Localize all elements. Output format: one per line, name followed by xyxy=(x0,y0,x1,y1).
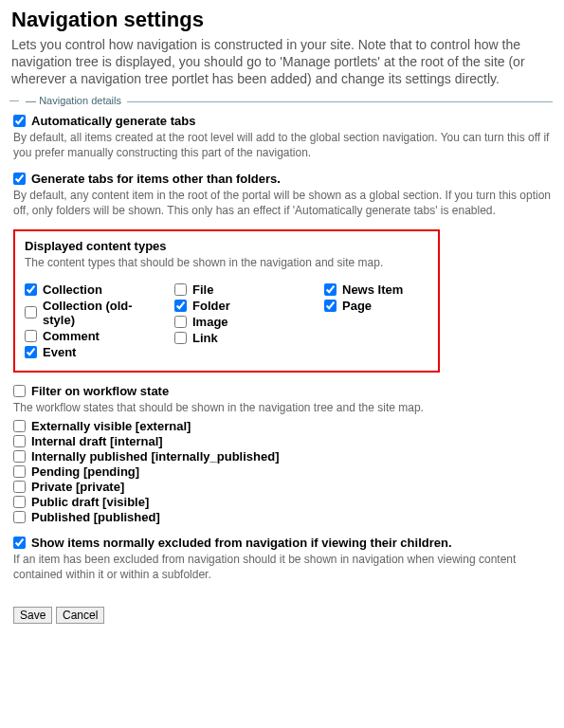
content-type-checkbox[interactable] xyxy=(25,283,37,296)
content-type-label: Image xyxy=(192,315,228,329)
workflow-state-item: Externally visible [external] xyxy=(13,419,551,433)
content-type-checkbox[interactable] xyxy=(324,283,337,296)
content-type-item: Image xyxy=(174,315,307,329)
content-type-column: News ItemPage xyxy=(324,281,457,361)
content-type-label: File xyxy=(192,282,213,297)
auto-tabs-label: Automatically generate tabs xyxy=(31,114,195,128)
content-type-checkbox[interactable] xyxy=(25,330,37,342)
content-type-column: FileFolderImageLink xyxy=(174,281,307,361)
auto-tabs-checkbox[interactable] xyxy=(13,115,26,127)
content-type-checkbox[interactable] xyxy=(25,346,37,358)
workflow-state-label: Externally visible [external] xyxy=(31,419,191,433)
workflow-state-item: Published [published] xyxy=(13,510,551,524)
workflow-state-checkbox[interactable] xyxy=(13,420,26,432)
content-type-column: CollectionCollection (old-style)CommentE… xyxy=(25,281,157,361)
content-type-label: Collection (old-style) xyxy=(43,299,157,327)
field-nonfolder-tabs: Generate tabs for items other than folde… xyxy=(13,172,551,218)
workflow-state-checkbox[interactable] xyxy=(13,481,26,493)
content-type-item: Event xyxy=(25,345,157,359)
content-type-label: Page xyxy=(342,299,372,313)
page-title: Navigation settings xyxy=(11,8,553,32)
workflow-state-item: Private [private] xyxy=(13,480,551,494)
show-excluded-label: Show items normally excluded from naviga… xyxy=(31,536,452,550)
field-filter-state: Filter on workflow state The workflow st… xyxy=(13,384,551,524)
content-type-label: Folder xyxy=(192,299,230,313)
cancel-button[interactable]: Cancel xyxy=(56,607,104,624)
nonfolder-tabs-label: Generate tabs for items other than folde… xyxy=(31,172,281,186)
content-type-checkbox[interactable] xyxy=(174,300,187,312)
show-excluded-help: If an item has been excluded from naviga… xyxy=(13,552,551,582)
auto-tabs-help: By default, all items created at the roo… xyxy=(13,130,551,160)
workflow-state-checkbox[interactable] xyxy=(13,465,26,478)
navigation-details-fieldset: — Navigation details Automatically gener… xyxy=(11,101,553,628)
filter-state-label: Filter on workflow state xyxy=(31,384,169,398)
content-type-label: Link xyxy=(192,331,218,345)
content-type-item: File xyxy=(174,282,307,297)
page-description: Lets you control how navigation is const… xyxy=(11,36,553,88)
workflow-state-label: Published [published] xyxy=(31,510,160,524)
workflow-state-label: Private [private] xyxy=(31,480,124,494)
workflow-state-item: Pending [pending] xyxy=(13,464,551,479)
field-auto-tabs: Automatically generate tabs By default, … xyxy=(13,114,551,160)
workflow-state-label: Internally published [internally_publish… xyxy=(31,449,279,464)
workflow-state-label: Internal draft [internal] xyxy=(31,434,163,448)
content-type-label: Event xyxy=(43,345,76,359)
content-type-label: Comment xyxy=(43,329,100,343)
fieldset-legend: — Navigation details xyxy=(11,95,127,106)
workflow-state-label: Public draft [visible] xyxy=(31,495,149,509)
content-type-label: Collection xyxy=(43,282,102,297)
content-type-item: Collection (old-style) xyxy=(25,299,157,327)
content-type-checkbox[interactable] xyxy=(174,316,187,328)
workflow-state-checkbox[interactable] xyxy=(13,496,26,508)
show-excluded-checkbox[interactable] xyxy=(13,537,26,549)
content-type-checkbox[interactable] xyxy=(174,283,187,296)
nonfolder-tabs-checkbox[interactable] xyxy=(13,173,26,185)
field-show-excluded: Show items normally excluded from naviga… xyxy=(13,536,551,582)
displayed-types-heading: Displayed content types xyxy=(25,239,428,253)
content-type-item: Collection xyxy=(25,282,157,297)
content-type-item: Comment xyxy=(25,329,157,343)
content-type-item: Link xyxy=(174,331,307,345)
workflow-state-item: Internal draft [internal] xyxy=(13,434,551,448)
workflow-state-item: Public draft [visible] xyxy=(13,495,551,509)
content-type-item: Folder xyxy=(174,299,307,313)
filter-state-help: The workflow states that should be shown… xyxy=(13,400,551,415)
content-type-checkbox[interactable] xyxy=(324,300,337,312)
workflow-state-item: Internally published [internally_publish… xyxy=(13,449,551,464)
content-type-label: News Item xyxy=(342,282,403,297)
filter-state-checkbox[interactable] xyxy=(13,385,26,397)
workflow-state-checkbox[interactable] xyxy=(13,450,26,463)
save-button[interactable]: Save xyxy=(13,607,52,624)
content-type-checkbox[interactable] xyxy=(25,306,37,318)
displayed-types-help: The content types that should be shown i… xyxy=(25,255,428,270)
form-buttons: Save Cancel xyxy=(13,607,551,624)
content-type-item: Page xyxy=(324,299,457,313)
workflow-state-label: Pending [pending] xyxy=(31,464,139,479)
displayed-types-box: Displayed content types The content type… xyxy=(13,229,440,372)
content-type-checkbox[interactable] xyxy=(174,332,187,344)
nonfolder-tabs-help: By default, any content item in the root… xyxy=(13,188,551,218)
displayed-types-grid: CollectionCollection (old-style)CommentE… xyxy=(25,281,428,361)
workflow-state-checkbox[interactable] xyxy=(13,511,26,523)
workflow-state-list: Externally visible [external]Internal dr… xyxy=(13,419,551,524)
content-type-item: News Item xyxy=(324,282,457,297)
workflow-state-checkbox[interactable] xyxy=(13,435,26,447)
